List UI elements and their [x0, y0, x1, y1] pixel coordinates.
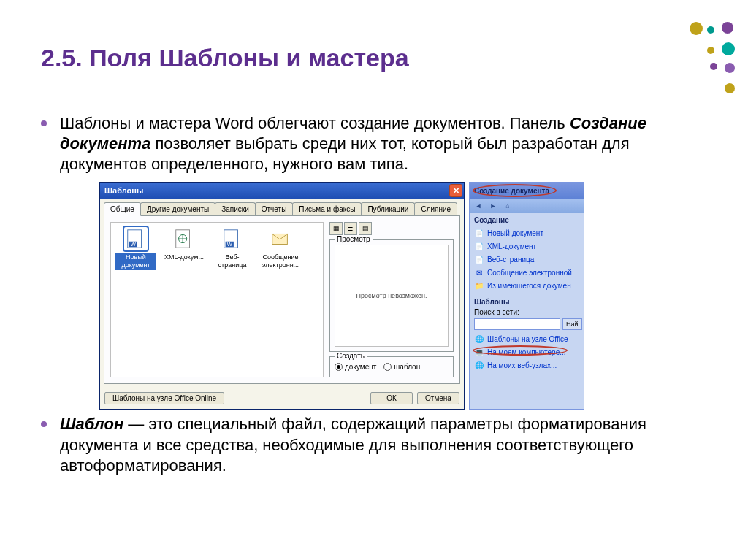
radio-template[interactable]: шаблон	[383, 363, 420, 371]
globe-icon: 🌐	[474, 334, 484, 344]
svg-text:W: W	[131, 242, 137, 248]
preview-label: Просмотр	[335, 235, 373, 243]
item-label: Веб-страница	[212, 253, 253, 270]
close-button[interactable]: ✕	[449, 184, 462, 197]
item-xml-document[interactable]: XML-докум...	[164, 227, 205, 262]
bullet-dot-icon	[41, 120, 47, 126]
xml-doc-icon	[172, 227, 196, 250]
link-web-page[interactable]: 📄Веб-страница	[474, 253, 579, 266]
slide-title: 2.5. Поля Шаблоны и мастера	[41, 44, 409, 72]
tab-general[interactable]: Общие	[104, 202, 141, 216]
dialog-titlebar: Шаблоны ✕	[100, 183, 464, 199]
link-on-my-websites[interactable]: 🌐На моих веб-узлах...	[474, 358, 579, 372]
globe-icon: 🌐	[474, 360, 484, 370]
view-list-button[interactable]: ≣	[344, 222, 357, 235]
search-button[interactable]: Най	[562, 318, 582, 330]
tab-merge[interactable]: Слияние	[414, 202, 457, 215]
close-icon: ✕	[453, 186, 459, 196]
item-new-document[interactable]: W Новый документ	[115, 227, 156, 270]
bullet-1-text: Шаблоны и мастера Word облегчают создани…	[60, 113, 676, 174]
link-email-message[interactable]: ✉Сообщение электронной	[474, 266, 579, 279]
dialog-title: Шаблоны	[104, 186, 143, 195]
dialog-tabs: Общие Другие документы Записки Отчеты Пи…	[104, 202, 460, 216]
doc-icon: 📄	[474, 228, 484, 238]
folder-icon: 📁	[474, 280, 484, 291]
radio-icon	[335, 363, 343, 371]
view-large-icons-button[interactable]: ▦	[329, 222, 343, 235]
tab-other-docs[interactable]: Другие документы	[140, 202, 215, 215]
tab-publications[interactable]: Публикации	[361, 202, 415, 215]
templates-dialog: Шаблоны ✕ Общие Другие документы Записки…	[99, 182, 465, 410]
radio-icon	[383, 363, 392, 371]
link-from-existing[interactable]: 📁Из имеющегося докумен	[474, 279, 579, 292]
computer-icon: 💻	[474, 347, 484, 357]
item-label: Новый документ	[115, 253, 156, 270]
xml-icon: 📄	[474, 241, 484, 251]
bullet-2-text: Шаблон — это специальный файл, содержащи…	[60, 414, 676, 475]
forward-button[interactable]: ►	[487, 200, 499, 212]
link-on-my-computer[interactable]: 💻На моем компьютере...	[474, 345, 579, 358]
tab-memos[interactable]: Записки	[215, 202, 256, 215]
section-templates-title: Шаблоны	[474, 298, 579, 306]
tab-reports[interactable]: Отчеты	[255, 202, 294, 215]
bullet-1: Шаблоны и мастера Word облегчают создани…	[41, 113, 676, 174]
new-document-taskpane: Создание документа ◄ ► ⌂ Создание 📄Новый…	[469, 182, 584, 410]
web-icon: 📄	[474, 254, 484, 264]
word-doc-icon: W	[124, 227, 148, 250]
link-new-document[interactable]: 📄Новый документ	[474, 226, 579, 239]
ok-button[interactable]: ОК	[370, 392, 413, 404]
svg-text:W: W	[227, 242, 233, 248]
taskpane-toolbar: ◄ ► ⌂	[470, 199, 584, 213]
radio-document[interactable]: документ	[335, 363, 376, 371]
home-button[interactable]: ⌂	[502, 200, 514, 212]
create-label: Создать	[335, 352, 367, 360]
view-mode-buttons: ▦ ≣ ▤	[329, 222, 454, 235]
decorative-dots	[660, 22, 748, 110]
mail-icon	[269, 227, 292, 250]
item-label: Сообщение электронн...	[260, 253, 301, 270]
preview-box: Просмотр невозможен.	[335, 245, 449, 347]
office-online-templates-button[interactable]: Шаблоны на узле Office Online	[104, 392, 224, 404]
item-web-page[interactable]: W Веб-страница	[212, 227, 253, 270]
link-templates-office-online[interactable]: 🌐Шаблоны на узле Office	[474, 332, 579, 345]
template-list: W Новый документ XML-докум...	[110, 222, 324, 377]
taskpane-header: Создание документа	[470, 183, 584, 199]
item-email-message[interactable]: Сообщение электронн...	[260, 227, 301, 270]
view-details-button[interactable]: ▤	[359, 222, 372, 235]
back-button[interactable]: ◄	[473, 200, 484, 212]
cancel-button[interactable]: Отмена	[417, 392, 459, 404]
link-xml-document[interactable]: 📄XML-документ	[474, 239, 579, 253]
bullet-2: Шаблон — это специальный файл, содержащи…	[41, 414, 676, 475]
search-input[interactable]	[474, 318, 560, 330]
search-label: Поиск в сети:	[474, 308, 579, 316]
mail-icon: ✉	[474, 267, 484, 277]
bullet-dot-icon	[41, 421, 47, 427]
web-page-icon: W	[221, 227, 244, 250]
tab-letters-faxes[interactable]: Письма и факсы	[292, 202, 362, 215]
item-label: XML-докум...	[164, 253, 205, 262]
section-create-title: Создание	[474, 216, 579, 224]
